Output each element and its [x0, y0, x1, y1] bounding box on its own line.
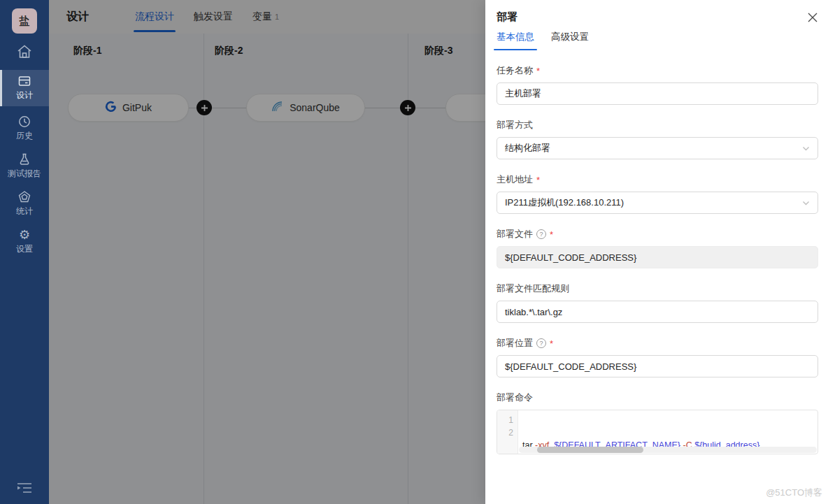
field-host-address: 主机地址 * IP211虚拟机(192.168.10.211): [497, 173, 818, 214]
deploy-method-select[interactable]: 结构化部署: [497, 137, 818, 159]
sidebar-item-label: 测试报告: [8, 168, 41, 178]
required-mark: *: [550, 338, 553, 349]
field-file-match-rule: 部署文件匹配规则: [497, 282, 818, 323]
tab-basic-info[interactable]: 基本信息: [497, 31, 534, 50]
editor-hscrollbar: [519, 447, 817, 453]
drawer-title: 部署: [497, 10, 518, 24]
deploy-drawer: 部署 基本信息 高级设置 任务名称 *: [485, 0, 828, 504]
close-icon[interactable]: [806, 11, 819, 24]
watermark: @51CTO博客: [766, 487, 822, 499]
gear-icon: ⚙: [19, 228, 30, 242]
sidebar-item-settings[interactable]: ⚙ 设置: [0, 224, 49, 258]
drawer-tabs: 基本信息 高级设置: [497, 31, 589, 50]
editor-gutter: 1 2: [497, 410, 518, 454]
field-label: 部署文件匹配规则: [497, 282, 569, 295]
sidebar-item-stats[interactable]: 统计: [0, 186, 49, 220]
field-deploy-command: 部署命令 1 2 tar -xvf ${DEFAULT_ARTIFACT_NAM…: [497, 391, 818, 454]
tab-advanced-settings[interactable]: 高级设置: [551, 31, 589, 50]
sidebar-item-design[interactable]: 设计: [0, 70, 49, 106]
deploy-file-input: [497, 246, 818, 268]
field-label: 部署命令: [497, 391, 533, 404]
field-deploy-method: 部署方式 结构化部署: [497, 119, 818, 159]
sidebar-item-label: 历史: [16, 131, 33, 141]
sidebar-collapse-icon[interactable]: [17, 482, 32, 497]
deploy-command-editor[interactable]: 1 2 tar -xvf ${DEFAULT_ARTIFACT_NAME} -C…: [497, 410, 818, 454]
chevron-down-icon: [802, 199, 810, 207]
home-icon: [16, 43, 33, 60]
task-name-input[interactable]: [497, 82, 818, 105]
drawer-body: 任务名称 * 部署方式 结构化部署: [485, 57, 828, 468]
design-icon: [17, 74, 31, 88]
sidebar-item-label: 设计: [16, 90, 33, 100]
app-window: 盐 设计 历史: [0, 0, 828, 504]
sidebar-item-history[interactable]: 历史: [0, 110, 49, 145]
file-match-rule-input[interactable]: [497, 301, 818, 323]
line-number: 1: [497, 414, 513, 426]
field-label: 部署文件: [497, 228, 533, 240]
field-deploy-file: 部署文件 ? *: [497, 228, 818, 268]
field-label: 部署位置: [497, 337, 533, 350]
field-label: 部署方式: [497, 119, 533, 131]
field-label: 主机地址: [497, 173, 533, 186]
sidebar-item-label: 统计: [16, 206, 33, 216]
host-address-select[interactable]: IP211虚拟机(192.168.10.211): [497, 192, 818, 214]
sidebar-item-test-report[interactable]: 测试报告: [0, 148, 49, 182]
field-task-name: 任务名称 *: [497, 64, 818, 105]
required-mark: *: [536, 66, 540, 76]
stats-icon: [17, 190, 31, 204]
app-logo[interactable]: 盐: [12, 8, 37, 34]
sidebar-item-label: 设置: [16, 244, 33, 254]
flask-icon: [17, 152, 31, 166]
field-deploy-location: 部署位置 ? *: [497, 337, 818, 377]
required-mark: *: [536, 175, 540, 185]
sidebar-item-home[interactable]: [0, 39, 49, 64]
required-mark: *: [550, 229, 553, 240]
help-icon[interactable]: ?: [536, 338, 546, 348]
deploy-location-input[interactable]: [497, 355, 818, 377]
chevron-down-icon: [802, 145, 810, 152]
help-icon[interactable]: ?: [536, 229, 546, 239]
editor-hscrollbar-thumb[interactable]: [537, 447, 643, 453]
sidebar: 盐 设计 历史: [0, 0, 49, 504]
history-icon: [17, 115, 31, 129]
field-label: 任务名称: [497, 64, 533, 77]
line-number: 2: [497, 426, 513, 439]
